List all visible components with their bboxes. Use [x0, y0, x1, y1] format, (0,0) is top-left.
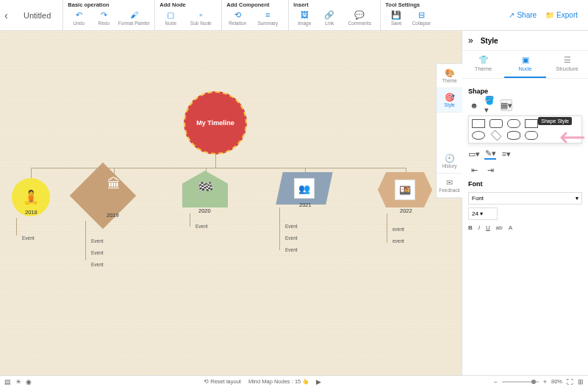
share-icon: ↗ [509, 11, 514, 19]
view-outline-button[interactable]: ▤ [4, 378, 11, 386]
panel-title: Style [481, 37, 498, 45]
event-node[interactable]: Event [285, 235, 298, 241]
shape-capsule[interactable] [525, 131, 538, 140]
font-size-select[interactable]: 24 ▾ [468, 207, 498, 220]
collapse-panel-button[interactable]: » [468, 35, 473, 46]
event-node[interactable]: event [392, 238, 404, 244]
presentation-button[interactable]: ▶ [316, 378, 321, 386]
event-node[interactable]: Event [91, 238, 104, 244]
shape-barrel[interactable] [507, 131, 520, 140]
fullscreen-button[interactable]: ⛶ [567, 378, 573, 386]
summary-icon: ≡ [262, 10, 273, 20]
tab-node[interactable]: ▣Node [504, 51, 546, 78]
history-icon: 🕘 [438, 154, 461, 163]
font-family-select[interactable]: Font ▾ [468, 192, 582, 205]
font-color-button[interactable]: A [509, 224, 512, 231]
year-label: 2022 [400, 207, 412, 214]
style-panel: 🎨Theme 🎯Style 🕘History ✉Feedback » Style… [462, 31, 588, 375]
zoom-slider[interactable] [502, 381, 539, 383]
fill-color-button[interactable]: 🪣▾ [484, 99, 496, 111]
side-tab-style[interactable]: 🎯Style [437, 88, 462, 113]
zoom-level: 80% [551, 378, 562, 385]
node-2021[interactable]: 👥 [276, 172, 332, 205]
line-thickness-button[interactable]: ≡▾ [501, 148, 512, 160]
side-tabs: 🎨Theme 🎯Style 🕘History ✉Feedback [436, 63, 462, 199]
format-painter-button[interactable]: 🖌Format Painter [118, 10, 150, 26]
back-button[interactable]: ‹ [4, 10, 18, 21]
shape-rect2[interactable] [525, 119, 538, 128]
style-icon: 🎯 [438, 93, 461, 102]
shape-style-button[interactable]: ▦▾ [501, 99, 512, 111]
canvas[interactable]: My Timeline 🧘 2018 🏛 2019 🏁 2020 👥 2021 … [0, 31, 462, 375]
share-button[interactable]: ↗Share [509, 11, 537, 19]
export-button[interactable]: 📁Export [545, 11, 578, 19]
indent-left-button[interactable]: ⇤ [468, 164, 480, 176]
event-node[interactable]: Event [91, 262, 104, 267]
export-icon: 📁 [545, 11, 554, 19]
underline-button[interactable]: U [486, 224, 490, 231]
collapse-button[interactable]: ⊟Collapse [410, 10, 432, 26]
emoji-picker-button[interactable]: ☻ [468, 99, 480, 111]
relation-button[interactable]: ⟲Relation [226, 10, 248, 26]
zoom-in-button[interactable]: + [543, 378, 547, 386]
event-node[interactable]: Event [22, 235, 35, 241]
fit-button[interactable]: ⊞ [578, 378, 584, 386]
food-icon: 🍱 [395, 180, 415, 200]
node-2019[interactable]: 🏛 [79, 172, 126, 219]
zoom-out-button[interactable]: − [493, 378, 497, 386]
border-style-button[interactable]: ▭▾ [468, 148, 480, 160]
shape-pill[interactable] [507, 119, 520, 128]
event-node[interactable]: Event [91, 250, 104, 255]
document-title[interactable]: Untitled [24, 11, 51, 20]
tshirt-icon: 👕 [462, 55, 504, 65]
strikethrough-button[interactable]: ab [496, 224, 503, 231]
status-bar: ▤ ☀ ◉ ⟲ Reset layout Mind Map Nodes : 15… [0, 375, 588, 387]
event-node[interactable]: Event [196, 224, 208, 229]
side-tab-theme[interactable]: 🎨Theme [437, 64, 462, 88]
insert-image-button[interactable]: 🖼Image [293, 10, 315, 26]
relation-icon: ⟲ [232, 10, 243, 20]
root-node[interactable]: My Timeline [184, 91, 247, 155]
tab-theme[interactable]: 👕Theme [462, 51, 504, 78]
italic-button[interactable]: I [478, 224, 480, 231]
bold-button[interactable]: B [468, 224, 473, 231]
shape-diamond[interactable] [491, 130, 502, 141]
event-node[interactable]: Event [285, 224, 298, 229]
flag-icon: 🏁 [197, 181, 213, 197]
add-node-button[interactable]: ▢Node [159, 10, 182, 26]
tab-structure[interactable]: ☰Structure [546, 51, 588, 78]
brightness-button[interactable]: ☀ [15, 378, 21, 386]
border-color-button[interactable]: ✎▾ [484, 148, 496, 160]
insert-link-button[interactable]: 🔗Link [318, 10, 340, 26]
side-tab-history[interactable]: 🕘History [437, 149, 462, 174]
indent-right-button[interactable]: ⇥ [484, 164, 496, 176]
person-icon: 🧘 [23, 189, 39, 205]
summary-button[interactable]: ≡Summary [251, 10, 284, 26]
shape-rectangle[interactable] [472, 119, 485, 128]
event-node[interactable]: Event [285, 247, 298, 252]
comments-icon: 💬 [354, 10, 365, 20]
shape-section-title: Shape [468, 88, 582, 95]
node-2020[interactable]: 🏁 [182, 171, 228, 207]
year-label: 2019 [107, 212, 119, 219]
feedback-icon: ✉ [438, 178, 461, 188]
shape-ellipse[interactable] [472, 131, 485, 140]
event-node[interactable]: event [392, 227, 404, 232]
link-icon: 🔗 [324, 10, 334, 20]
node-2022[interactable]: 🍱 [378, 172, 432, 207]
image-icon: 🖼 [299, 10, 309, 20]
tooltip: Shape Style [538, 117, 572, 125]
font-section-title: Font [468, 180, 582, 188]
redo-button[interactable]: ↷Redo [93, 10, 115, 26]
year-label: 2020 [198, 207, 211, 214]
reset-layout-button[interactable]: ⟲ Reset layout [204, 378, 241, 385]
save-button[interactable]: 💾Save [385, 10, 407, 26]
undo-button[interactable]: ↶Undo [68, 10, 90, 26]
focus-button[interactable]: ◉ [26, 378, 32, 386]
add-subnode-button[interactable]: ▫Sub Node [184, 10, 217, 26]
shape-rounded[interactable] [490, 119, 503, 128]
insert-comments-button[interactable]: 💬Comments [343, 10, 376, 26]
castle-icon: 🏛 [107, 177, 121, 192]
side-tab-feedback[interactable]: ✉Feedback [437, 174, 462, 198]
structure-icon: ☰ [546, 55, 588, 65]
